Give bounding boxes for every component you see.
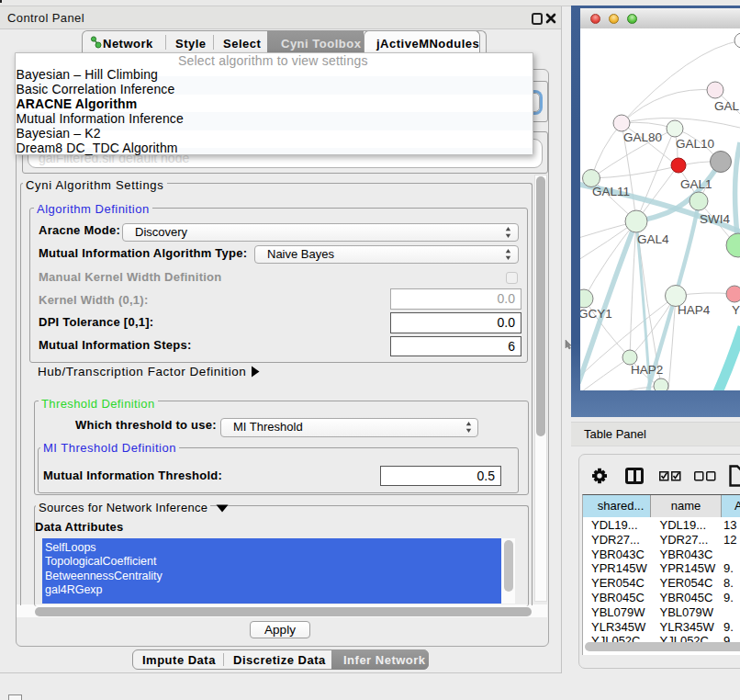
svg-text:HAP4: HAP4 <box>678 303 711 317</box>
svg-text:GAL4: GAL4 <box>637 232 669 246</box>
svg-text:GAL11: GAL11 <box>592 185 630 198</box>
svg-text:GAL10: GAL10 <box>676 137 714 151</box>
svg-text:GCY1: GCY1 <box>580 307 612 321</box>
svg-text:GAL: GAL <box>714 99 740 113</box>
svg-text:SWI4: SWI4 <box>700 212 730 226</box>
svg-text:Y: Y <box>732 303 740 317</box>
svg-text:GAL1: GAL1 <box>680 177 712 191</box>
svg-text:HAP2: HAP2 <box>631 363 663 377</box>
svg-text:GAL80: GAL80 <box>623 130 662 144</box>
